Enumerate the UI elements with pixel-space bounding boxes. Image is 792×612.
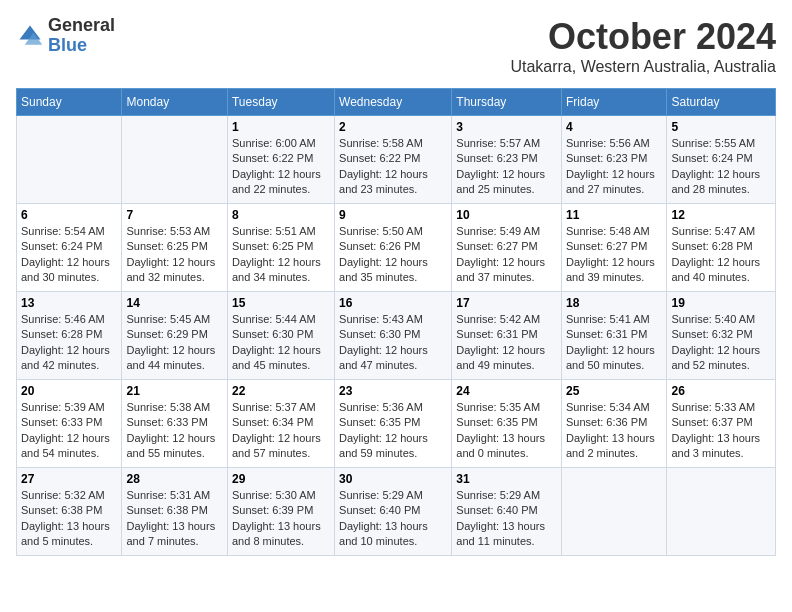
day-detail: Sunrise: 5:53 AM Sunset: 6:25 PM Dayligh… (126, 224, 222, 286)
logo-general-text: General (48, 16, 115, 36)
day-detail: Sunrise: 5:46 AM Sunset: 6:28 PM Dayligh… (21, 312, 117, 374)
day-detail: Sunrise: 5:54 AM Sunset: 6:24 PM Dayligh… (21, 224, 117, 286)
calendar-week-row: 13Sunrise: 5:46 AM Sunset: 6:28 PM Dayli… (17, 292, 776, 380)
day-number: 30 (339, 472, 447, 486)
calendar-cell: 24Sunrise: 5:35 AM Sunset: 6:35 PM Dayli… (452, 380, 562, 468)
calendar-cell: 10Sunrise: 5:49 AM Sunset: 6:27 PM Dayli… (452, 204, 562, 292)
day-number: 16 (339, 296, 447, 310)
logo: General Blue (16, 16, 115, 56)
day-number: 7 (126, 208, 222, 222)
calendar-cell: 9Sunrise: 5:50 AM Sunset: 6:26 PM Daylig… (335, 204, 452, 292)
calendar-week-row: 6Sunrise: 5:54 AM Sunset: 6:24 PM Daylig… (17, 204, 776, 292)
day-number: 6 (21, 208, 117, 222)
calendar-cell: 14Sunrise: 5:45 AM Sunset: 6:29 PM Dayli… (122, 292, 227, 380)
calendar-cell: 3Sunrise: 5:57 AM Sunset: 6:23 PM Daylig… (452, 116, 562, 204)
calendar-cell: 25Sunrise: 5:34 AM Sunset: 6:36 PM Dayli… (561, 380, 666, 468)
day-number: 31 (456, 472, 557, 486)
calendar-cell: 15Sunrise: 5:44 AM Sunset: 6:30 PM Dayli… (227, 292, 334, 380)
day-number: 11 (566, 208, 662, 222)
day-detail: Sunrise: 5:43 AM Sunset: 6:30 PM Dayligh… (339, 312, 447, 374)
day-detail: Sunrise: 5:42 AM Sunset: 6:31 PM Dayligh… (456, 312, 557, 374)
day-number: 3 (456, 120, 557, 134)
calendar-day-header: Sunday (17, 89, 122, 116)
day-number: 24 (456, 384, 557, 398)
logo-text: General Blue (48, 16, 115, 56)
calendar-cell: 27Sunrise: 5:32 AM Sunset: 6:38 PM Dayli… (17, 468, 122, 556)
calendar-day-header: Thursday (452, 89, 562, 116)
day-number: 13 (21, 296, 117, 310)
location-subtitle: Utakarra, Western Australia, Australia (510, 58, 776, 76)
calendar-cell: 23Sunrise: 5:36 AM Sunset: 6:35 PM Dayli… (335, 380, 452, 468)
calendar-cell: 21Sunrise: 5:38 AM Sunset: 6:33 PM Dayli… (122, 380, 227, 468)
day-detail: Sunrise: 5:29 AM Sunset: 6:40 PM Dayligh… (339, 488, 447, 550)
day-detail: Sunrise: 5:29 AM Sunset: 6:40 PM Dayligh… (456, 488, 557, 550)
page-header: General Blue October 2024 Utakarra, West… (16, 16, 776, 76)
calendar-cell: 16Sunrise: 5:43 AM Sunset: 6:30 PM Dayli… (335, 292, 452, 380)
calendar-cell: 31Sunrise: 5:29 AM Sunset: 6:40 PM Dayli… (452, 468, 562, 556)
day-number: 19 (671, 296, 771, 310)
day-number: 5 (671, 120, 771, 134)
day-number: 1 (232, 120, 330, 134)
day-number: 28 (126, 472, 222, 486)
calendar-week-row: 27Sunrise: 5:32 AM Sunset: 6:38 PM Dayli… (17, 468, 776, 556)
day-number: 12 (671, 208, 771, 222)
day-detail: Sunrise: 5:34 AM Sunset: 6:36 PM Dayligh… (566, 400, 662, 462)
day-detail: Sunrise: 5:30 AM Sunset: 6:39 PM Dayligh… (232, 488, 330, 550)
day-number: 22 (232, 384, 330, 398)
calendar-week-row: 1Sunrise: 6:00 AM Sunset: 6:22 PM Daylig… (17, 116, 776, 204)
calendar-cell: 13Sunrise: 5:46 AM Sunset: 6:28 PM Dayli… (17, 292, 122, 380)
day-number: 10 (456, 208, 557, 222)
calendar-cell: 29Sunrise: 5:30 AM Sunset: 6:39 PM Dayli… (227, 468, 334, 556)
day-detail: Sunrise: 5:47 AM Sunset: 6:28 PM Dayligh… (671, 224, 771, 286)
day-detail: Sunrise: 5:32 AM Sunset: 6:38 PM Dayligh… (21, 488, 117, 550)
calendar-cell: 1Sunrise: 6:00 AM Sunset: 6:22 PM Daylig… (227, 116, 334, 204)
day-detail: Sunrise: 5:40 AM Sunset: 6:32 PM Dayligh… (671, 312, 771, 374)
day-detail: Sunrise: 5:39 AM Sunset: 6:33 PM Dayligh… (21, 400, 117, 462)
day-detail: Sunrise: 5:35 AM Sunset: 6:35 PM Dayligh… (456, 400, 557, 462)
calendar-cell: 8Sunrise: 5:51 AM Sunset: 6:25 PM Daylig… (227, 204, 334, 292)
calendar-cell: 18Sunrise: 5:41 AM Sunset: 6:31 PM Dayli… (561, 292, 666, 380)
day-detail: Sunrise: 5:31 AM Sunset: 6:38 PM Dayligh… (126, 488, 222, 550)
day-number: 26 (671, 384, 771, 398)
month-title: October 2024 (510, 16, 776, 58)
calendar-cell: 12Sunrise: 5:47 AM Sunset: 6:28 PM Dayli… (667, 204, 776, 292)
calendar-header-row: SundayMondayTuesdayWednesdayThursdayFrid… (17, 89, 776, 116)
day-detail: Sunrise: 5:58 AM Sunset: 6:22 PM Dayligh… (339, 136, 447, 198)
day-number: 15 (232, 296, 330, 310)
calendar-cell: 11Sunrise: 5:48 AM Sunset: 6:27 PM Dayli… (561, 204, 666, 292)
calendar-cell (17, 116, 122, 204)
day-detail: Sunrise: 5:51 AM Sunset: 6:25 PM Dayligh… (232, 224, 330, 286)
day-detail: Sunrise: 5:49 AM Sunset: 6:27 PM Dayligh… (456, 224, 557, 286)
calendar-day-header: Wednesday (335, 89, 452, 116)
day-number: 8 (232, 208, 330, 222)
calendar-cell (561, 468, 666, 556)
day-detail: Sunrise: 5:55 AM Sunset: 6:24 PM Dayligh… (671, 136, 771, 198)
calendar-day-header: Monday (122, 89, 227, 116)
day-detail: Sunrise: 6:00 AM Sunset: 6:22 PM Dayligh… (232, 136, 330, 198)
calendar-cell: 20Sunrise: 5:39 AM Sunset: 6:33 PM Dayli… (17, 380, 122, 468)
day-detail: Sunrise: 5:56 AM Sunset: 6:23 PM Dayligh… (566, 136, 662, 198)
calendar-cell (667, 468, 776, 556)
calendar-cell: 4Sunrise: 5:56 AM Sunset: 6:23 PM Daylig… (561, 116, 666, 204)
calendar-cell: 7Sunrise: 5:53 AM Sunset: 6:25 PM Daylig… (122, 204, 227, 292)
day-detail: Sunrise: 5:50 AM Sunset: 6:26 PM Dayligh… (339, 224, 447, 286)
calendar-day-header: Tuesday (227, 89, 334, 116)
day-number: 29 (232, 472, 330, 486)
calendar-cell: 2Sunrise: 5:58 AM Sunset: 6:22 PM Daylig… (335, 116, 452, 204)
day-detail: Sunrise: 5:36 AM Sunset: 6:35 PM Dayligh… (339, 400, 447, 462)
calendar-week-row: 20Sunrise: 5:39 AM Sunset: 6:33 PM Dayli… (17, 380, 776, 468)
day-detail: Sunrise: 5:45 AM Sunset: 6:29 PM Dayligh… (126, 312, 222, 374)
day-detail: Sunrise: 5:41 AM Sunset: 6:31 PM Dayligh… (566, 312, 662, 374)
day-number: 21 (126, 384, 222, 398)
day-detail: Sunrise: 5:57 AM Sunset: 6:23 PM Dayligh… (456, 136, 557, 198)
day-number: 17 (456, 296, 557, 310)
day-detail: Sunrise: 5:48 AM Sunset: 6:27 PM Dayligh… (566, 224, 662, 286)
day-number: 14 (126, 296, 222, 310)
calendar-cell: 28Sunrise: 5:31 AM Sunset: 6:38 PM Dayli… (122, 468, 227, 556)
day-number: 18 (566, 296, 662, 310)
calendar-cell: 30Sunrise: 5:29 AM Sunset: 6:40 PM Dayli… (335, 468, 452, 556)
title-block: October 2024 Utakarra, Western Australia… (510, 16, 776, 76)
logo-icon (16, 22, 44, 50)
day-number: 27 (21, 472, 117, 486)
day-number: 4 (566, 120, 662, 134)
